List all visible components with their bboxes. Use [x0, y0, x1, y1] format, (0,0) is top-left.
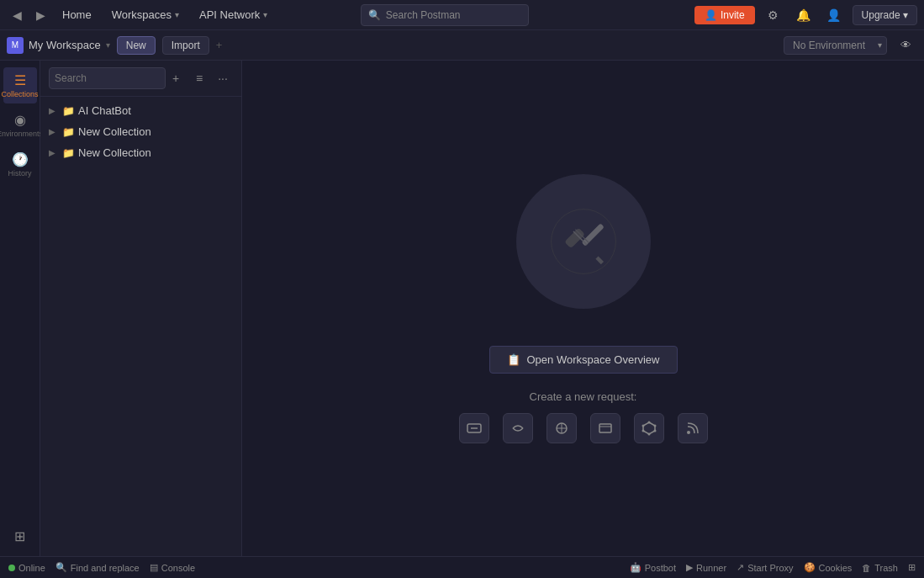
find-replace-icon: 🔍 — [55, 562, 67, 573]
graphql-button[interactable] — [634, 413, 664, 443]
more-icon: ⊞ — [908, 562, 916, 573]
top-nav: ◀ ▶ Home Workspaces ▾ API Network ▾ 🔍 Se… — [0, 0, 924, 30]
forward-button[interactable]: ▶ — [30, 5, 50, 25]
collection-list: ▶ 📁 AI ChatBot ▶ 📁 New Collection ▶ 📁 Ne… — [40, 97, 241, 556]
notifications-button[interactable]: 🔔 — [792, 3, 816, 27]
svg-point-15 — [653, 424, 656, 427]
home-nav-item[interactable]: Home — [54, 5, 100, 24]
create-request-label: Create a new request: — [459, 390, 708, 403]
cookies-button[interactable]: 🍪 Cookies — [804, 562, 853, 573]
chevron-right-icon: ▶ — [49, 148, 59, 157]
postbot-icon: 🤖 — [630, 562, 642, 573]
online-status: Online — [8, 563, 45, 573]
environments-icon: ◉ — [14, 112, 26, 128]
cookies-icon: 🍪 — [804, 562, 816, 573]
list-item[interactable]: ▶ 📁 AI ChatBot — [40, 100, 241, 121]
overview-icon: 📋 — [507, 353, 520, 366]
search-bar[interactable]: 🔍 Search Postman — [361, 4, 529, 26]
postman-logo — [516, 174, 651, 309]
postbot-button[interactable]: 🤖 Postbot — [630, 562, 676, 573]
sidebar-item-collections[interactable]: ☰ Collections — [3, 67, 37, 103]
grpc-icon — [553, 420, 570, 437]
panel-search[interactable] — [49, 67, 166, 89]
sidebar-item-apps[interactable]: ⊞ — [3, 523, 37, 549]
svg-marker-13 — [643, 422, 655, 434]
import-button[interactable]: Import — [162, 36, 209, 55]
profile-button[interactable]: 👤 — [822, 3, 846, 27]
soap-icon — [597, 420, 614, 437]
sidebar-item-environments[interactable]: ◉ Environments — [3, 107, 37, 143]
more-button[interactable]: ⊞ — [908, 562, 916, 573]
runner-icon: ▶ — [686, 562, 693, 573]
list-item[interactable]: ▶ 📁 New Collection — [40, 121, 241, 142]
invite-icon: 👤 — [705, 9, 717, 21]
back-button[interactable]: ◀ — [7, 5, 27, 25]
apps-icon: ⊞ — [14, 528, 25, 544]
collection-folder-icon: 📁 — [62, 126, 75, 138]
environment-icon[interactable]: 👁 — [894, 34, 917, 57]
open-workspace-overview-button[interactable]: 📋 Open Workspace Overview — [489, 346, 678, 374]
panel-header-left — [49, 67, 166, 89]
bottom-right: 🤖 Postbot ▶ Runner ↗ Start Proxy 🍪 Cooki… — [630, 562, 916, 573]
online-dot — [8, 565, 15, 571]
chevron-right-icon: ▶ — [49, 127, 59, 136]
nav-right-actions: 👤 Invite ⚙ 🔔 👤 Upgrade ▾ — [694, 3, 917, 27]
svg-rect-11 — [599, 424, 611, 432]
svg-marker-2 — [595, 256, 604, 264]
trash-button[interactable]: 🗑 Trash — [862, 563, 898, 573]
svg-rect-3 — [564, 227, 585, 248]
websocket-button[interactable] — [503, 413, 533, 443]
settings-button[interactable]: ⚙ — [762, 3, 785, 27]
api-network-nav-item[interactable]: API Network ▾ — [191, 5, 276, 24]
console-icon: ▤ — [150, 562, 158, 573]
http-request-button[interactable] — [459, 413, 489, 443]
workspace-overview-section: 📋 Open Workspace Overview Create a new r… — [459, 174, 708, 443]
proxy-icon: ↗ — [737, 562, 744, 573]
collections-panel: + ≡ ··· ▶ 📁 AI ChatBot ▶ 📁 New Collectio… — [40, 61, 242, 556]
soap-button[interactable] — [590, 413, 620, 443]
svg-point-17 — [647, 432, 650, 435]
http-icon — [466, 420, 483, 437]
create-request-section: Create a new request: — [459, 390, 708, 443]
workspace-selector[interactable]: M My Workspace ▾ — [7, 37, 110, 54]
runner-button[interactable]: ▶ Runner — [686, 562, 726, 573]
main-area: 📋 Open Workspace Overview Create a new r… — [242, 61, 924, 556]
more-collections-button[interactable]: ··· — [213, 68, 233, 88]
search-icon: 🔍 — [368, 9, 381, 21]
trash-icon: 🗑 — [862, 563, 871, 573]
rss-icon — [684, 420, 701, 437]
request-type-icons — [459, 413, 708, 443]
svg-point-20 — [687, 431, 690, 434]
list-item[interactable]: ▶ 📁 New Collection — [40, 142, 241, 163]
sidebar-item-history[interactable]: 🕐 History — [3, 146, 37, 183]
workspace-right: No Environment 👁 — [784, 34, 917, 57]
environment-selector-wrapper: No Environment — [784, 36, 887, 55]
search-placeholder-text: Search Postman — [386, 9, 461, 21]
console-button[interactable]: ▤ Console — [150, 562, 195, 573]
svg-point-19 — [642, 424, 644, 427]
rss-button[interactable] — [678, 413, 708, 443]
filter-collections-button[interactable]: ≡ — [189, 68, 209, 88]
upgrade-button[interactable]: Upgrade ▾ — [853, 5, 917, 25]
svg-point-16 — [653, 429, 656, 432]
websocket-icon — [510, 420, 526, 437]
add-collection-button[interactable]: + — [166, 68, 186, 88]
workspaces-nav-item[interactable]: Workspaces ▾ — [103, 5, 187, 24]
graphql-icon — [641, 420, 657, 437]
grpc-button[interactable] — [546, 413, 577, 443]
find-replace-button[interactable]: 🔍 Find and replace — [55, 562, 140, 573]
new-button[interactable]: New — [117, 36, 156, 55]
collection-search-input[interactable] — [55, 72, 160, 84]
history-icon: 🕐 — [12, 151, 29, 167]
svg-point-18 — [642, 429, 644, 432]
avatar: M — [7, 37, 24, 54]
panel-header: + ≡ ··· — [40, 61, 241, 97]
start-proxy-button[interactable]: ↗ Start Proxy — [737, 562, 793, 573]
environment-selector[interactable]: No Environment — [784, 36, 887, 55]
svg-point-14 — [647, 421, 650, 423]
sidebar-icons: ☰ Collections ◉ Environments 🕐 History ⊞ — [0, 61, 40, 556]
invite-button[interactable]: 👤 Invite — [694, 6, 755, 24]
panel-actions: + ≡ ··· — [166, 68, 233, 88]
main-content: ☰ Collections ◉ Environments 🕐 History ⊞… — [0, 61, 924, 556]
collection-folder-icon: 📁 — [62, 105, 75, 117]
